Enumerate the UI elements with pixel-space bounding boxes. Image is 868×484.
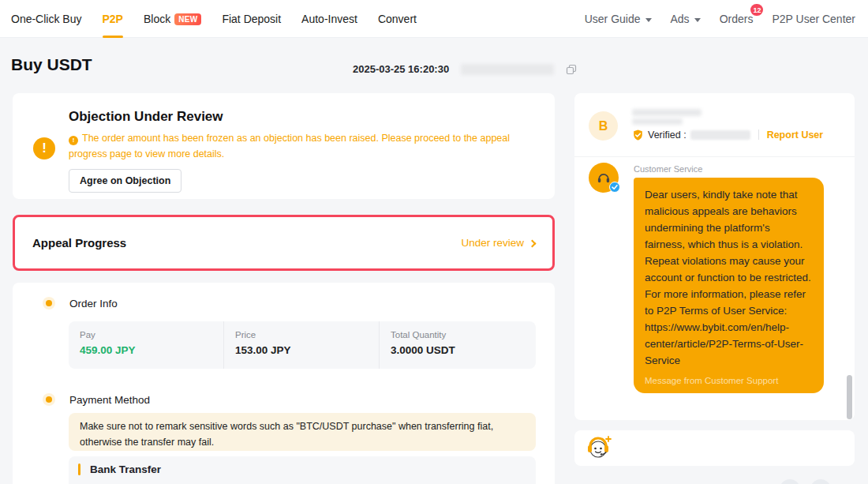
order-timestamp: 2025-03-25 16:20:30 — [353, 63, 449, 75]
nav-label: Fiat Deposit — [222, 13, 281, 25]
nav-label: One-Click Buy — [11, 13, 81, 25]
chevron-down-icon — [694, 18, 701, 22]
floating-button[interactable] — [780, 479, 800, 484]
divider — [758, 129, 759, 140]
user-center-label: P2P User Center — [772, 13, 855, 25]
price-label: Price — [235, 330, 379, 340]
verified-shield-icon — [632, 129, 644, 141]
appeal-status-label: Under review — [461, 237, 524, 249]
nav-fiat-deposit[interactable]: Fiat Deposit — [222, 0, 281, 38]
nav-label: Convert — [378, 13, 417, 25]
payment-method-item[interactable]: Bank Transfer — [69, 456, 536, 484]
total-quantity-column: Total Quantity 3.0000 USDT — [380, 321, 536, 369]
orders-count-badge: 12 — [750, 4, 763, 16]
orders-link[interactable]: Orders 12 — [720, 13, 754, 25]
nav-one-click-buy[interactable]: One-Click Buy — [11, 0, 81, 38]
nav-label: P2P — [102, 13, 122, 25]
nav-right: User Guide Ads Orders 12 P2P User Center — [585, 0, 855, 38]
total-quantity-label: Total Quantity — [391, 330, 536, 340]
ads-menu[interactable]: Ads — [671, 13, 701, 25]
new-badge: NEW — [174, 13, 201, 25]
top-nav: One-Click Buy P2P Block NEW Fiat Deposit… — [0, 0, 868, 38]
nav-left: One-Click Buy P2P Block NEW Fiat Deposit… — [11, 0, 417, 38]
floating-button[interactable] — [810, 479, 831, 484]
price-value: 153.00 JPY — [235, 344, 379, 356]
ads-label: Ads — [671, 13, 690, 25]
report-user-link[interactable]: Report User — [767, 129, 824, 141]
alert-icon: ! — [69, 136, 78, 145]
order-meta-row: 2025-03-25 16:20:30 — [353, 63, 577, 75]
agree-on-objection-button[interactable]: Agree on Objection — [69, 169, 181, 193]
chat-sender-label: Customer Service — [634, 164, 702, 174]
accent-bar — [78, 463, 80, 475]
appeal-progress-title: Appeal Progress — [32, 236, 126, 250]
chat-toolbar — [574, 430, 855, 466]
page-title: Buy USDT — [11, 55, 92, 74]
objection-card: ! Objection Under Review !The order amou… — [13, 93, 555, 199]
verified-row: Verified : Report User — [632, 128, 823, 141]
nav-p2p[interactable]: P2P — [102, 0, 122, 38]
chevron-down-icon — [645, 18, 652, 22]
warning-icon: ! — [33, 137, 55, 159]
copy-icon[interactable] — [566, 64, 577, 75]
verified-label: Verified : — [648, 129, 687, 141]
nav-label: Block — [144, 13, 170, 25]
redacted-order-number — [461, 64, 554, 75]
chat-scrollbar[interactable] — [847, 375, 852, 419]
orders-label: Orders — [720, 13, 754, 25]
redacted-seller-name — [632, 109, 702, 116]
appeal-progress-card[interactable]: Appeal Progress Under review — [13, 215, 555, 271]
nav-label: Auto-Invest — [301, 13, 357, 25]
nav-convert[interactable]: Convert — [378, 0, 417, 38]
support-mascot-icon — [586, 434, 612, 461]
user-guide-menu[interactable]: User Guide — [585, 13, 652, 25]
section-bullet-icon — [46, 396, 52, 403]
support-mascot-button[interactable] — [586, 434, 612, 461]
order-details-card: Order Info Pay 459.00 JPY Price 153.00 J… — [13, 283, 555, 484]
appeal-status-link[interactable]: Under review — [461, 237, 535, 249]
pay-column: Pay 459.00 JPY — [69, 321, 224, 369]
objection-title: Objection Under Review — [69, 109, 223, 125]
section-bullet-icon — [46, 300, 52, 306]
payment-method-title: Payment Method — [69, 394, 150, 406]
user-guide-label: User Guide — [585, 13, 641, 25]
pay-value: 459.00 JPY — [80, 344, 223, 356]
divider — [574, 156, 855, 157]
price-column: Price 153.00 JPY — [224, 321, 380, 369]
seller-avatar[interactable]: B — [589, 111, 618, 141]
total-quantity-value: 3.0000 USDT — [391, 344, 536, 356]
p2p-user-center-link[interactable]: P2P User Center — [772, 13, 855, 25]
redacted-seller-info — [632, 118, 683, 125]
objection-message: !The order amount has been frozen as an … — [69, 131, 548, 162]
pay-label: Pay — [80, 330, 223, 340]
payment-notice: Make sure not to remark sensitive words … — [69, 413, 536, 451]
order-info-box: Pay 459.00 JPY Price 153.00 JPY Total Qu… — [69, 321, 536, 369]
order-info-title: Order Info — [69, 298, 118, 310]
chat-message-text: Dear users, kindly take note that malici… — [645, 186, 813, 369]
nav-block[interactable]: Block NEW — [144, 0, 201, 38]
nav-auto-invest[interactable]: Auto-Invest — [301, 0, 357, 38]
verified-check-icon — [609, 182, 620, 193]
chat-card: B Verified : Report User Customer Servic… — [574, 93, 855, 420]
chat-message-footer: Message from Customer Support — [645, 376, 813, 385]
chevron-right-icon — [529, 239, 537, 247]
redacted-verified-name — [690, 130, 750, 140]
objection-message-text: The order amount has been frozen as an o… — [69, 133, 510, 159]
chat-message-bubble: Dear users, kindly take note that malici… — [634, 178, 824, 393]
bank-transfer-label: Bank Transfer — [90, 463, 161, 475]
